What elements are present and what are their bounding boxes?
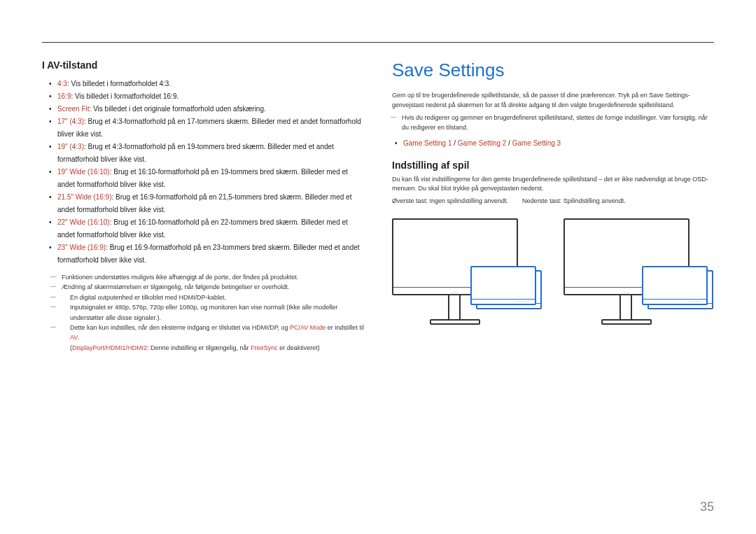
page-number: 35 [700, 500, 714, 514]
option-label: Game Setting 3 [512, 139, 561, 147]
option-label: 19" Wide (16:10) [57, 168, 110, 176]
brand-mark: —— [624, 290, 629, 293]
right-column: Save Settings Gem op til tre brugerdefin… [392, 59, 714, 353]
note-text: er deaktiveret) [278, 344, 320, 351]
list-item: 22" Wide (16:10): Brug et 16:10-formatfo… [49, 216, 364, 241]
inline-option: DisplayPort/HDMI1/HDMI2 [72, 344, 147, 351]
note: Dette kan kun indstilles, når den ekster… [55, 323, 364, 343]
option-label: Game Setting 2 [458, 139, 506, 147]
option-label: 22" Wide (16:10) [57, 218, 110, 226]
sub-heading: Indstilling af spil [392, 160, 714, 171]
columns: I AV-tilstand 4:3: Vis billedet i format… [42, 59, 714, 353]
monitor-overlay-front: • • • • [470, 266, 536, 305]
option-label: 17" (4:3) [57, 118, 84, 125]
intro-note: Hvis du redigerer og gemmer en brugerdef… [395, 113, 714, 133]
intro-text: Gem op til tre brugerdefinerede spilleti… [392, 91, 714, 110]
note: Funktionen understøttes muligvis ikke af… [55, 272, 364, 282]
separator: / [451, 139, 457, 147]
monitor-illustration: ——• • • • • • • • [392, 218, 542, 337]
overlay-bezel: • • • • [643, 299, 706, 304]
list-item: 19" Wide (16:10): Brug et 16:10-formatfo… [49, 166, 364, 191]
note: Ændring af skærmstørrelsen er tilgængeli… [55, 282, 364, 292]
option-label: 23" Wide (16:9) [57, 244, 106, 251]
notes-block: Funktionen understøttes muligvis ikke af… [42, 272, 364, 353]
monitor-stand-base [601, 319, 652, 325]
option-desc: : Vis billedet i formatforholdet 4:3. [67, 80, 171, 87]
option-desc: : Vis billedet i det originale formatfor… [90, 105, 266, 113]
button-dots: • • • • [518, 300, 529, 303]
option-label: 16:9 [57, 92, 71, 100]
option-desc: : Brug et 4:3-formatforhold på en 17-tom… [57, 118, 361, 138]
note-text: : Denne indstilling er tilgængelig, når [147, 344, 251, 351]
monitor-stand-neck [620, 295, 632, 321]
body-text: Du kan få vist indstillingerne for den g… [392, 175, 714, 194]
left-column: I AV-tilstand 4:3: Vis billedet i format… [42, 59, 364, 353]
brand-mark: —— [452, 290, 458, 293]
button-dots: • • • • [690, 300, 701, 303]
note-text: er indstillet til [326, 324, 364, 331]
option-label: 19" (4:3) [57, 143, 84, 150]
inline-option: AV [70, 334, 78, 341]
option-label: 21.5" Wide (16:9) [57, 193, 111, 201]
list-item: 17" (4:3): Brug et 4:3-formatforhold på … [49, 115, 364, 141]
overlay-bezel: • • • • [472, 299, 535, 304]
note: Inputsignalet er 480p, 576p, 720p eller … [55, 302, 364, 323]
list-item: 23" Wide (16:9): Brug et 16:9-formatforh… [49, 241, 364, 267]
monitor-stand-neck [448, 295, 461, 321]
option-label: Screen Fit [57, 105, 90, 113]
list-item: 21.5" Wide (16:9): Brug et 16:9-formatfo… [49, 191, 364, 216]
option-label: Game Setting 1 [403, 139, 451, 147]
monitor-stand-base [430, 319, 480, 325]
body-text: Øverste tast: Ingen spilindstilling anve… [392, 197, 714, 206]
body-sub: Nederste tast: Spilindstilling anvendt. [522, 197, 626, 204]
list-item: 4:3: Vis billedet i formatforholdet 4:3. [49, 78, 364, 90]
settings-list: Game Setting 1 / Game Setting 2 / Game S… [392, 137, 714, 150]
body-sub: Øverste tast: Ingen spilindstilling anve… [392, 197, 508, 204]
monitor-overlay-front: • • • • [642, 266, 708, 305]
aspect-list: 4:3: Vis billedet i formatforholdet 4:3.… [42, 78, 364, 267]
note: En digital outputenhed er tilkoblet med … [55, 293, 364, 302]
illustration-row: ——• • • • • • • • ——• • • • • • • • [392, 218, 714, 337]
option-label: 4:3 [57, 80, 67, 87]
page-title: Save Settings [392, 59, 714, 81]
list-item: 16:9: Vis billedet i formatforholdet 16:… [49, 90, 364, 103]
monitor-illustration: ——• • • • • • • • [564, 218, 714, 337]
top-rule [42, 42, 714, 43]
inline-option: FreeSync [251, 344, 278, 351]
option-desc: : Vis billedet i formatforholdet 16:9. [71, 92, 178, 100]
note: (DisplayPort/HDMI1/HDMI2: Denne indstill… [55, 343, 364, 353]
list-item: Screen Fit: Vis billedet i det originale… [49, 103, 364, 115]
inline-option: PC/AV Mode [290, 324, 326, 331]
left-heading: I AV-tilstand [42, 59, 364, 71]
settings-line: Game Setting 1 / Game Setting 2 / Game S… [395, 137, 714, 150]
note-text: . [78, 334, 80, 341]
option-desc: : Brug et 4:3-formatforhold på en 19-tom… [57, 143, 334, 163]
note-text: Dette kan kun indstilles, når den ekster… [70, 324, 290, 331]
separator: / [506, 139, 512, 147]
list-item: 19" (4:3): Brug et 4:3-formatforhold på … [49, 141, 364, 166]
